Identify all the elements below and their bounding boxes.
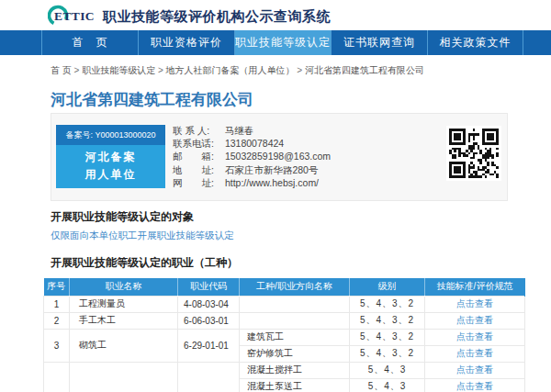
cell-work-type <box>240 312 350 329</box>
cell-work-type: 混凝土搅拌工 <box>240 362 350 378</box>
cell-standard-link: 点击查看 <box>425 312 525 329</box>
objects-heading: 开展职业技能等级认定的对象 <box>51 209 194 225</box>
cell-levels: 5、4、3、2 <box>350 329 425 345</box>
contact-row: 联系电话: 13180078424 <box>173 137 331 150</box>
badge-line2: 用人单位 <box>56 166 165 184</box>
cell-occupation-code: 6-29-01-01 <box>178 329 240 362</box>
cell-occupation-code: 4-08-03-04 <box>178 296 240 312</box>
contact-label: 邮 箱: <box>173 150 222 162</box>
contact-value: 石家庄市新华路280号 <box>222 164 318 175</box>
contact-row: 邮 箱: 15032859198@163.com <box>173 150 331 162</box>
table-row: 2手工木工6-06-03-015、4、3、2点击查看 <box>44 312 525 329</box>
record-number: 备案号: Y000013000020 <box>56 125 165 145</box>
nav-items: 首 页职业资格评价职业技能等级认定证书联网查询相关政策文件 <box>41 30 523 55</box>
view-link[interactable]: 点击查看 <box>456 298 493 308</box>
column-header: 级别 <box>350 278 425 296</box>
jobs-table: 序号职业名称职业代码工种/职业方向名称级别技能标准/评价规范 1工程测量员4-0… <box>43 278 525 392</box>
view-link[interactable]: 点击查看 <box>456 348 493 358</box>
logo-swoosh-icon: ETTIC <box>48 4 99 27</box>
table-row: 1工程测量员4-08-03-045、4、3、2点击查看 <box>44 296 525 312</box>
table-row: 3砌筑工6-29-01-01建筑瓦工5、4、3、2点击查看 <box>44 329 525 345</box>
table-header-row: 序号职业名称职业代码工种/职业方向名称级别技能标准/评价规范 <box>44 278 525 296</box>
contact-value: http://www.hebsj.com/ <box>222 177 319 188</box>
breadcrumb-separator: > <box>72 65 82 75</box>
breadcrumb-item[interactable]: 地方人社部门备案（用人单位） <box>166 65 295 75</box>
cell-standard-link: 点击查看 <box>425 345 525 362</box>
view-link[interactable]: 点击查看 <box>456 315 493 325</box>
site-header: ETTIC 职业技能等级评价机构公示查询系统 <box>0 0 551 30</box>
cell-index: 2 <box>44 312 70 329</box>
nav-item[interactable]: 首 页 <box>41 30 138 55</box>
cell-work-type <box>240 296 350 312</box>
jobs-heading: 开展职业技能等级认定的职业（工种） <box>51 255 238 271</box>
breadcrumb-item[interactable]: 职业技能等级认定 <box>82 65 155 75</box>
contact-row: 联 系 人: 马继春 <box>173 124 331 137</box>
cell-occupation-code <box>178 362 240 392</box>
cell-occupation-name: 工程测量员 <box>70 296 178 312</box>
site-logo: ETTIC <box>48 4 99 27</box>
cell-standard-link: 点击查看 <box>425 378 525 392</box>
contact-label: 地 址: <box>173 163 222 176</box>
cell-occupation-name <box>70 362 178 392</box>
breadcrumb-item[interactable]: 河北省第四建筑工程有限公司 <box>305 65 424 75</box>
record-value: Y000013000020 <box>95 130 155 140</box>
contact-info: 联 系 人: 马继春联系电话: 13180078424邮 箱: 15032859… <box>173 124 331 189</box>
record-label: 备案号: <box>65 130 95 140</box>
contact-label: 网 址: <box>173 176 222 189</box>
contact-label: 联 系 人: <box>173 124 222 137</box>
qr-code-image <box>449 129 499 178</box>
cell-index <box>44 362 70 392</box>
cell-levels: 5、4、3、2 <box>350 296 425 312</box>
cell-work-type: 混凝土泵送工 <box>240 378 350 392</box>
column-header: 序号 <box>44 278 70 296</box>
record-badge-body: 河北备案 用人单位 <box>56 145 165 188</box>
cell-standard-link: 点击查看 <box>425 296 525 312</box>
nav-left-spacer <box>0 30 41 55</box>
cell-standard-link: 点击查看 <box>425 362 525 378</box>
contact-row: 网 址: http://www.hebsj.com/ <box>173 176 331 189</box>
cell-occupation-name: 砌筑工 <box>70 329 178 362</box>
column-header: 职业名称 <box>70 278 178 296</box>
view-link[interactable]: 点击查看 <box>456 364 493 375</box>
contact-value: 15032859198@163.com <box>222 151 331 162</box>
table-row: 混凝土搅拌工5、4、3点击查看 <box>44 362 525 378</box>
breadcrumb-separator: > <box>155 65 165 75</box>
cell-occupation-name: 手工木工 <box>70 312 178 329</box>
contact-value: 马继春 <box>222 125 253 136</box>
cell-standard-link: 点击查看 <box>425 329 525 345</box>
contact-label: 联系电话: <box>173 137 222 150</box>
jobs-table-wrap: 序号职业名称职业代码工种/职业方向名称级别技能标准/评价规范 1工程测量员4-0… <box>43 278 524 392</box>
badge-line1: 河北备案 <box>56 149 165 166</box>
view-link[interactable]: 点击查看 <box>456 331 493 342</box>
column-header: 职业代码 <box>178 278 240 296</box>
cell-levels: 5、4、3 <box>350 362 425 378</box>
cell-levels: 5、4、3 <box>350 378 425 392</box>
breadcrumb: 首 页 > 职业技能等级认定 > 地方人社部门备案（用人单位） > 河北省第四建… <box>51 64 424 77</box>
cell-occupation-code: 6-06-03-01 <box>178 312 240 329</box>
page-root: ETTIC 职业技能等级评价机构公示查询系统 首 页职业资格评价职业技能等级认定… <box>0 0 551 392</box>
nav-item[interactable]: 职业技能等级认定 <box>234 30 331 55</box>
nav-item[interactable]: 相关政策文件 <box>427 30 523 55</box>
objects-note-link[interactable]: 仅限面向本单位职工开展职业技能等级认定 <box>51 230 234 242</box>
contact-row: 地 址: 石家庄市新华路280号 <box>173 163 331 176</box>
record-badge: 备案号: Y000013000020 河北备案 用人单位 <box>56 125 165 188</box>
nav-item[interactable]: 职业资格评价 <box>138 30 234 55</box>
breadcrumb-separator: > <box>295 65 305 75</box>
page-title: 河北省第四建筑工程有限公司 <box>51 89 253 110</box>
cell-index: 1 <box>44 296 70 312</box>
nav-item[interactable]: 证书联网查询 <box>331 30 427 55</box>
breadcrumb-item[interactable]: 首 页 <box>51 65 72 75</box>
qr-code <box>446 126 501 181</box>
column-header: 技能标准/评价规范 <box>425 278 525 296</box>
column-header: 工种/职业方向名称 <box>240 278 350 296</box>
main-nav: 首 页职业资格评价职业技能等级认定证书联网查询相关政策文件 <box>0 30 551 55</box>
cell-levels: 5、4、3、2 <box>350 312 425 329</box>
site-title: 职业技能等级评价机构公示查询系统 <box>103 0 331 30</box>
view-link[interactable]: 点击查看 <box>456 381 493 391</box>
cell-levels: 5、4、3、2 <box>350 345 425 362</box>
logo-text: ETTIC <box>54 9 95 23</box>
cell-index: 3 <box>44 329 70 362</box>
org-card: 备案号: Y000013000020 河北备案 用人单位 联 系 人: 马继春联… <box>51 113 508 201</box>
cell-work-type: 建筑瓦工 <box>240 329 350 345</box>
cell-work-type: 窑炉修筑工 <box>240 345 350 362</box>
